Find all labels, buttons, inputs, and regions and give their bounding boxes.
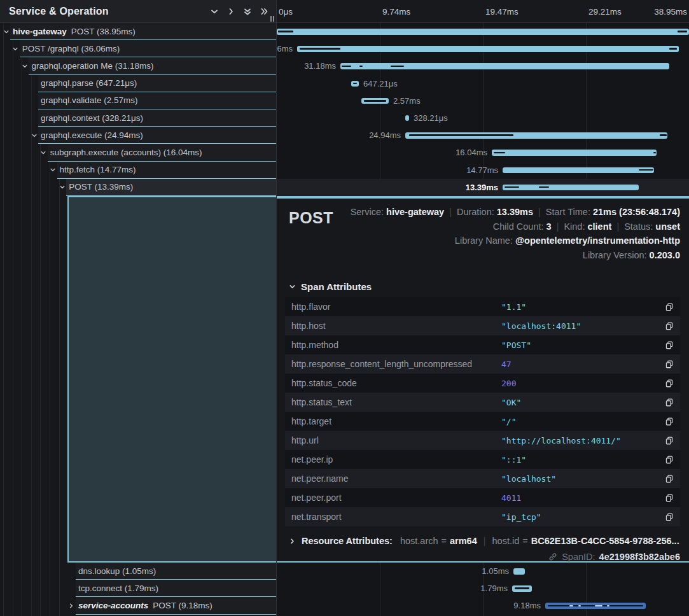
attribute-value: "OK" bbox=[501, 398, 662, 407]
copy-icon[interactable] bbox=[662, 493, 674, 503]
span-duration-bar[interactable] bbox=[503, 167, 654, 174]
copy-icon[interactable] bbox=[662, 360, 674, 369]
span-duration-bar[interactable] bbox=[492, 150, 657, 156]
attribute-row: net.transport"ip_tcp" bbox=[285, 507, 680, 526]
chevron-down-icon[interactable] bbox=[39, 144, 47, 161]
span-duration-bar[interactable] bbox=[340, 63, 669, 69]
span-duration-bar[interactable] bbox=[361, 98, 389, 104]
span-duration-label: 36.06ms bbox=[277, 40, 293, 57]
link-icon bbox=[548, 552, 557, 561]
panel-resize-grip[interactable] bbox=[270, 16, 274, 22]
span-duration-bar[interactable] bbox=[297, 46, 679, 52]
meta-label: Kind: bbox=[564, 221, 587, 232]
child-span-mark bbox=[539, 186, 549, 188]
span-duration-bar[interactable] bbox=[513, 568, 525, 575]
child-span-mark bbox=[409, 134, 513, 136]
span-duration-bar[interactable] bbox=[351, 81, 359, 87]
attribute-value: "POST" bbox=[501, 340, 662, 350]
child-span-mark bbox=[595, 605, 602, 607]
chevron-right-icon[interactable] bbox=[223, 4, 239, 18]
span-duration-bar[interactable] bbox=[405, 132, 667, 139]
timeline-row: 38.95ms bbox=[277, 23, 689, 40]
chevron-down-icon[interactable] bbox=[3, 23, 10, 40]
attribute-value: "http://localhost:4011/" bbox=[501, 436, 662, 445]
meta-label: Service: bbox=[351, 207, 386, 217]
span-operation-name: tcp.connect (1.79ms) bbox=[78, 584, 158, 593]
span-operation-name: POST (13.39ms) bbox=[69, 182, 133, 192]
child-span-mark bbox=[359, 66, 363, 67]
span-detail-meta-line: Library Name: @opentelemetry/instrumenta… bbox=[351, 234, 680, 248]
span-duration-bar[interactable] bbox=[277, 29, 689, 35]
timeline-row: 9.18ms bbox=[277, 597, 689, 614]
span-operation-name: http.fetch (14.77ms) bbox=[60, 165, 136, 174]
copy-icon[interactable] bbox=[662, 512, 674, 522]
span-row-label[interactable]: service-accountsPOST (9.18ms) bbox=[76, 597, 276, 614]
span-operation-name: dns.lookup (1.05ms) bbox=[78, 566, 156, 576]
span-duration-bar[interactable] bbox=[512, 585, 532, 592]
meta-label: Child Count: bbox=[493, 221, 546, 232]
tree-header: Service & Operation bbox=[0, 0, 276, 23]
copy-icon[interactable] bbox=[662, 379, 674, 388]
span-duration-bar[interactable] bbox=[405, 115, 409, 122]
meta-value: 21ms (23:56:48.174) bbox=[593, 207, 680, 217]
chevron-down-icon[interactable] bbox=[206, 4, 223, 18]
chevron-down-icon[interactable] bbox=[31, 127, 38, 144]
span-row-label[interactable]: graphql.operation Me (31.18ms) bbox=[29, 57, 276, 74]
span-duration-bar[interactable] bbox=[545, 603, 646, 609]
tree-row: tcp.connect (1.79ms) bbox=[0, 580, 276, 597]
panel-divider[interactable] bbox=[276, 0, 277, 616]
span-row-label[interactable]: POST /graphql (36.06ms) bbox=[20, 40, 276, 57]
chevron-down-icon[interactable] bbox=[21, 57, 29, 74]
copy-icon[interactable] bbox=[662, 436, 674, 445]
span-row-label[interactable]: graphql.validate (2.57ms) bbox=[38, 92, 276, 109]
span-row-label[interactable]: tcp.connect (1.79ms) bbox=[76, 580, 276, 597]
timeline-panel: 0μs9.74ms19.47ms29.21ms38.95ms 38.95ms36… bbox=[277, 0, 689, 616]
copy-icon[interactable] bbox=[662, 321, 674, 331]
chevron-down-icon[interactable] bbox=[11, 40, 19, 57]
chevron-down-icon[interactable] bbox=[49, 162, 57, 179]
span-attributes-toggle[interactable]: Span Attributes bbox=[289, 281, 680, 292]
attribute-key: net.peer.name bbox=[291, 473, 501, 484]
span-row-label[interactable]: graphql.execute (24.94ms) bbox=[38, 127, 276, 144]
attribute-key: http.flavor bbox=[291, 302, 501, 312]
span-operation-name: graphql.execute (24.94ms) bbox=[41, 130, 143, 140]
chevron-right-icon[interactable] bbox=[67, 597, 75, 614]
copy-icon[interactable] bbox=[662, 340, 674, 350]
span-duration-label: 328.21μs bbox=[414, 109, 448, 127]
span-duration-label: 647.21μs bbox=[363, 75, 398, 92]
span-duration-label: 24.94ms bbox=[369, 127, 401, 144]
tree-row: POST /graphql (36.06ms) bbox=[0, 40, 276, 57]
child-span-mark bbox=[278, 31, 293, 32]
attribute-row: net.peer.name"localhost" bbox=[285, 469, 680, 488]
span-row-label[interactable]: graphql.parse (647.21μs) bbox=[38, 75, 276, 92]
span-row-label[interactable]: POST (13.39ms) bbox=[66, 179, 276, 196]
copy-icon[interactable] bbox=[662, 302, 674, 312]
ruler-tick-label: 19.47ms bbox=[485, 0, 518, 23]
copy-icon[interactable] bbox=[662, 398, 674, 407]
span-detail-title: POST bbox=[285, 205, 333, 262]
span-row-label[interactable]: dns.lookup (1.05ms) bbox=[76, 563, 276, 580]
span-row-label[interactable]: subgraph.execute (accounts) (16.04ms) bbox=[48, 144, 276, 161]
double-chevron-down-icon[interactable] bbox=[239, 4, 256, 18]
chevron-down-icon[interactable] bbox=[59, 179, 66, 196]
span-duration-bar[interactable] bbox=[503, 185, 639, 191]
tree-row: graphql.parse (647.21μs) bbox=[0, 75, 276, 92]
meta-label: Start Time: bbox=[546, 207, 593, 217]
child-span-mark bbox=[578, 605, 581, 607]
span-id-label: SpanID: bbox=[562, 552, 595, 562]
resource-attributes-row[interactable]: Resource Attributes: host.arch=arm64|hos… bbox=[289, 536, 680, 546]
resource-separator: | bbox=[484, 536, 486, 546]
child-span-mark bbox=[669, 48, 677, 50]
attribute-row: http.flavor"1.1" bbox=[285, 297, 680, 316]
attribute-value: 4011 bbox=[501, 493, 662, 503]
span-row-label[interactable]: graphql.context (328.21μs) bbox=[38, 109, 276, 127]
span-row-label[interactable]: hive-gatewayPOST (38.95ms) bbox=[10, 23, 276, 40]
copy-icon[interactable] bbox=[662, 455, 674, 465]
copy-icon[interactable] bbox=[662, 417, 674, 426]
timeline-row: 31.18ms bbox=[277, 57, 689, 74]
expanded-span-backdrop bbox=[67, 196, 276, 563]
span-duration-label: 31.18ms bbox=[304, 57, 336, 74]
copy-icon[interactable] bbox=[662, 474, 674, 484]
span-row-label[interactable]: http.fetch (14.77ms) bbox=[57, 162, 277, 179]
attribute-row: net.peer.port4011 bbox=[285, 488, 680, 507]
